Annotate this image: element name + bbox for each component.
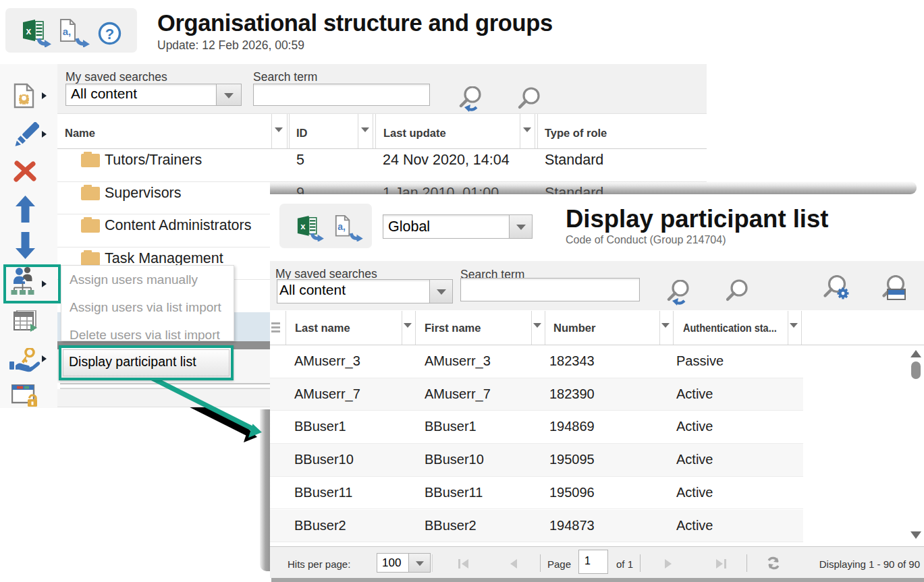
svg-text:x: x — [300, 221, 306, 231]
svg-text:a,: a, — [337, 221, 346, 232]
